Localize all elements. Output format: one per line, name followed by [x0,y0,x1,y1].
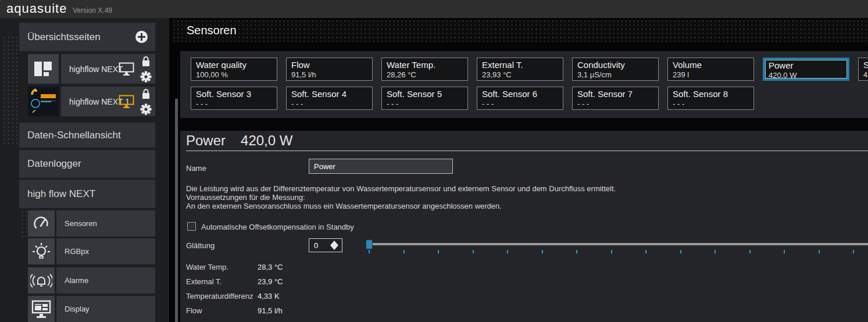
vertical-scrollbar[interactable] [175,99,178,322]
reading-row: Temperaturdifferenz 4,33 K [186,292,283,300]
sensor-tile-label: Soft. Sensor 8 [673,89,753,99]
reading-label: External T. [186,278,258,286]
reading-label: Water Temp. [186,263,258,271]
sensor-tile-label: Volume [673,60,753,70]
device-item-label: RGBpx [65,247,89,256]
display-icon [31,300,51,319]
sensor-tile-value: 100,00 % [196,70,277,79]
spinner-up-button[interactable] [330,241,338,245]
detail-heading: Power420,0 W [186,133,292,149]
slider-track[interactable] [369,243,868,245]
sensor-tile[interactable]: External T. 23,93 °C [477,58,563,81]
monitor-icon[interactable] [119,62,134,76]
device-item-label: Sensoren [65,219,97,228]
name-input[interactable] [309,159,453,174]
slider-tick [542,250,543,253]
reading-value: 4,33 K [258,292,280,300]
slider-tick [507,250,508,253]
gauge-icon [33,215,50,232]
sensor-tile-label: Soft. Sensor 6 [482,89,563,99]
device-item-label: Alarme [65,276,88,285]
sensor-tile-row-2: Soft. Sensor 3 - - - Soft. Sensor 4 - - … [191,87,868,110]
sensor-tile-value: 420,0 W [769,71,847,80]
sensor-tile-value: 28,26 °C [387,70,467,79]
sidebar-header-overview-pages[interactable]: Übersichtsseiten [19,23,155,51]
sensor-readings: Water Temp. 28,3 °C External T. 23,9 °C … [186,263,283,315]
sensor-tile[interactable]: Soft. Sensor 6 - - - [477,87,563,110]
gear-icon[interactable] [140,103,152,115]
sensor-tile[interactable]: Flow 91,5 l/h [286,58,373,81]
display-icon-tile[interactable] [28,296,55,322]
reading-label: Flow [186,307,258,315]
sidebar-item-high-flow-next[interactable]: high flow NEXT [19,180,155,208]
sensor-tile[interactable]: Se 4, [858,58,868,81]
sensor-tile-label: Soft. Sensor 5 [387,89,467,99]
dashboard-preview-icon [28,87,59,116]
sensor-tile-value: 4, [863,70,868,79]
monitor-active-icon[interactable] [119,95,134,109]
sensor-tile-value: - - - [577,99,658,108]
app-logo: aquasuite [6,1,67,16]
smoothing-value: 0 [314,241,318,250]
slider-tick [403,250,405,253]
slider-tick [819,250,820,253]
alarme-icon-tile[interactable] [28,267,55,294]
decorative-dots-small [20,210,28,237]
sensor-tile[interactable]: Power 420,0 W [763,58,849,81]
lock-icon[interactable] [141,56,151,67]
slider-handle[interactable] [366,239,373,249]
slider-tick [784,250,785,253]
slider-tick [576,250,577,253]
sensor-tile-label: Se [863,60,868,70]
sidebar-item-sensoren[interactable]: Sensoren [56,210,155,237]
sensor-tile[interactable]: Soft. Sensor 4 - - - [286,87,373,110]
reading-row: External T. 23,9 °C [186,278,283,286]
rgbpx-icon-tile[interactable] [28,238,55,264]
main-area: Sensoren Water quality 100,00 % Flow 91,… [169,18,868,322]
sensor-tile[interactable]: Soft. Sensor 3 - - - [191,87,277,110]
sidebar-item-highflow-next-1[interactable]: highflow NEXT 1 [61,87,155,116]
sensor-description: Die Leistung wird aus der Differenztempe… [186,184,616,210]
sensor-tile[interactable]: Soft. Sensor 5 - - - [381,87,468,110]
sidebar-item-highflow-next[interactable]: highflow NEXT [61,54,155,84]
sensor-tile[interactable]: Soft. Sensor 8 - - - [667,87,754,110]
sensor-tile[interactable]: Conductivity 3,1 µS/cm [572,58,659,81]
sidebar-item-rgbpx[interactable]: RGBpx [56,238,155,264]
sensor-tile-value: - - - [291,99,372,108]
gear-icon[interactable] [140,71,152,83]
nav-item-label: Datenlogger [27,158,81,170]
name-label: Name [186,164,206,173]
sensor-tile-value: - - - [482,99,563,108]
nav-item-label: Daten-Schnellansicht [27,130,121,141]
bell-icon [30,272,52,289]
sidebar-item-display[interactable]: Display [56,296,155,322]
description-line: An den externen Sensoranschluss muss ein… [186,202,616,210]
add-overview-page-button[interactable] [135,30,148,44]
app-version: Version X.49 [73,6,112,15]
spinner-down-button[interactable] [330,245,338,250]
overview-thumbnail-highflow-next-1[interactable] [28,87,59,116]
sensor-tile-row-1: Water quality 100,00 % Flow 91,5 l/h Wat… [191,58,868,81]
slider-tick [680,250,681,253]
reading-value: 28,3 °C [258,263,283,271]
overview-thumbnail-highflow-next[interactable] [28,54,59,84]
offset-compensation-checkbox[interactable] [187,222,196,231]
slider-tick [611,250,612,253]
sensor-tile[interactable]: Volume 239 l [667,58,754,81]
sensoren-icon-tile[interactable] [28,210,55,237]
lock-icon[interactable] [141,88,151,99]
sensor-tile-label: Flow [291,60,372,70]
smoothing-spinner[interactable]: 0 [309,238,342,252]
sensor-tile[interactable]: Water quality 100,00 % [191,58,277,81]
sidebar-item-alarme[interactable]: Alarme [56,267,155,294]
detail-title: Power [186,133,226,148]
overview-item-icons [118,87,155,116]
heading-divider [186,151,868,151]
reading-value: 91,5 l/h [258,307,283,315]
smoothing-slider[interactable] [366,238,868,257]
sensor-tile[interactable]: Soft. Sensor 7 - - - [572,87,659,110]
sensor-tile[interactable]: Water Temp. 28,26 °C [381,58,468,81]
sidebar-item-datenlogger[interactable]: Datenlogger [19,150,155,178]
sidebar-item-daten-schnellansicht[interactable]: Daten-Schnellansicht [19,123,155,148]
nav-item-label: high flow NEXT [27,188,95,200]
